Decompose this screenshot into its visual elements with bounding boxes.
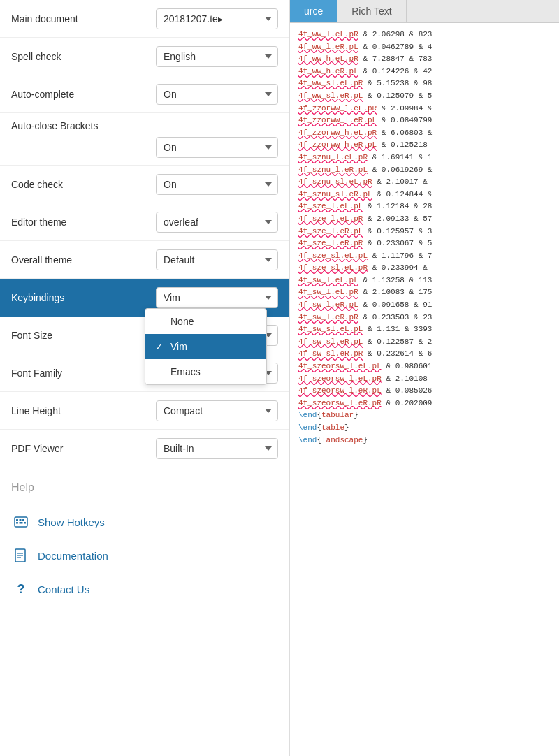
code-line: 4f_ww_h.eL.pR & 7.28847 & 783 [293, 53, 556, 66]
code-line: 4f_ww_sl.eR.pL & 0.125079 & 5 [293, 90, 556, 103]
vim-checkmark: ✓ [155, 342, 166, 352]
keybindings-option-vim[interactable]: ✓ Vim [145, 334, 266, 359]
code-line: 4f_ww_sl.eL.pR & 5.15238 & 98 [293, 78, 556, 90]
main-document-select[interactable]: 20181207.te▸ [156, 8, 278, 29]
pdf-viewer-select[interactable]: Built-In [156, 438, 278, 459]
code-line: 4f_sw_l.eL.pL & 1.13258 & 113 [293, 275, 556, 287]
tab-source-label: urce [304, 6, 323, 17]
spell-check-label: Spell check [11, 51, 61, 62]
main-document-label: Main document [11, 13, 78, 24]
auto-complete-row: Auto-complete On [0, 75, 289, 113]
keyboard-icon [11, 512, 31, 532]
contact-us-item[interactable]: ? Contact Us [11, 572, 278, 606]
svg-rect-5 [20, 522, 23, 524]
documentation-label: Documentation [38, 550, 108, 562]
keybindings-select[interactable]: Vim [156, 287, 278, 308]
keybindings-label: Keybindings [11, 292, 64, 303]
keybindings-option-emacs[interactable]: Emacs [145, 359, 266, 384]
code-line: \end{landscape} [293, 435, 556, 447]
svg-rect-3 [22, 519, 24, 521]
main-document-row: Main document 20181207.te▸ [0, 0, 289, 38]
line-height-row: Line Height Compact [0, 392, 289, 430]
settings-panel: Main document 20181207.te▸ Spell check E… [0, 0, 290, 756]
keybindings-row: Keybindings Vim None ✓ Vim Emacs [0, 279, 289, 317]
font-family-label: Font Family [11, 368, 62, 379]
code-line: 4f_zzorww_h.eR.pL & 0.125218 [293, 139, 556, 152]
code-line: 4f_sze_l.eL.pL & 1.12184 & 28 [293, 201, 556, 213]
pdf-viewer-row: PDF Viewer Built-In [0, 430, 289, 467]
overall-theme-label: Overall theme [11, 254, 72, 266]
code-check-row: Code check On [0, 166, 289, 203]
font-size-label: Font Size [11, 330, 52, 341]
none-checkmark [155, 317, 166, 327]
code-line: 4f_szeorsw_l.eL.pL & 0.980601 [293, 361, 556, 373]
editor-panel: urce Rich Text 4f_ww_l.eL.pR & 2.06298 &… [290, 0, 559, 756]
editor-tabs: urce Rich Text [290, 0, 559, 23]
code-line: 4f_sznu_l.eR.pL & 0.0619269 & [293, 164, 556, 177]
svg-rect-1 [16, 519, 18, 521]
code-line: 4f_sze_l.eR.pR & 0.233067 & 5 [293, 238, 556, 250]
editor-theme-label: Editor theme [11, 217, 66, 228]
editor-theme-select[interactable]: overleaf [156, 212, 278, 233]
auto-complete-label: Auto-complete [11, 89, 74, 100]
auto-complete-select[interactable]: On [156, 84, 278, 105]
code-line: 4f_sw_sl.eR.pR & 0.232614 & 6 [293, 348, 556, 361]
code-line: 4f_sze_sl.eL.pL & 1.11796 & 7 [293, 250, 556, 263]
code-check-label: Code check [11, 179, 63, 190]
auto-close-brackets-row: Auto-close Brackets On [0, 113, 289, 166]
code-line: 4f_sze_sl.eL.pR & 0.233994 & [293, 262, 556, 275]
tab-source[interactable]: urce [290, 0, 337, 22]
pdf-viewer-label: PDF Viewer [11, 443, 63, 454]
documentation-item[interactable]: Documentation [11, 539, 278, 572]
tab-rich-text[interactable]: Rich Text [337, 0, 406, 22]
code-line: 4f_sw_l.eR.pR & 0.233503 & 23 [293, 312, 556, 324]
doc-icon [11, 546, 31, 565]
code-line: 4f_sze_l.eL.pR & 2.09133 & 57 [293, 213, 556, 226]
code-line: 4f_sznu_sl.eR.pL & 0.124844 & [293, 189, 556, 201]
code-check-select[interactable]: On [156, 174, 278, 195]
code-line: 4f_sw_sl.eL.pL & 1.131 & 3393 [293, 324, 556, 336]
emacs-checkmark [155, 367, 166, 377]
show-hotkeys-label: Show Hotkeys [38, 516, 105, 528]
line-height-select[interactable]: Compact [156, 400, 278, 421]
overall-theme-row: Overall theme Default [0, 241, 289, 279]
code-line: 4f_ww_l.eR.pL & 0.0462789 & 4 [293, 41, 556, 54]
keybindings-dropdown-container: Vim None ✓ Vim Emacs [156, 287, 278, 308]
svg-rect-4 [16, 522, 18, 524]
auto-close-brackets-select[interactable]: On [156, 137, 278, 158]
emacs-label: Emacs [170, 366, 201, 377]
code-line: 4f_zzorww_l.eR.pL & 0.0849799 [293, 115, 556, 127]
code-line: 4f_sznu_l.eL.pR & 1.69141 & 1 [293, 152, 556, 164]
line-height-label: Line Height [11, 405, 61, 416]
code-line: 4f_sw_sl.eR.pL & 0.122587 & 2 [293, 336, 556, 349]
question-icon: ? [11, 579, 31, 599]
overall-theme-trigger[interactable]: Default [156, 249, 278, 270]
spell-check-select[interactable]: English [156, 46, 278, 67]
code-line: \end{tabular} [293, 409, 556, 422]
none-label: None [170, 316, 194, 327]
spell-check-row: Spell check English [0, 38, 289, 75]
code-line: 4f_szeorsw_l.eL.pR & 2.10108 [293, 373, 556, 386]
vim-label: Vim [170, 341, 187, 352]
code-line: 4f_szeorsw_l.eR.pL & 0.085026 [293, 385, 556, 398]
tab-rich-text-label: Rich Text [351, 6, 391, 17]
code-line: 4f_sw_l.eL.pR & 2.10083 & 175 [293, 286, 556, 299]
code-line: \end{table} [293, 422, 556, 435]
contact-us-label: Contact Us [38, 583, 89, 595]
code-editor[interactable]: 4f_ww_l.eL.pR & 2.06298 & 823 4f_ww_l.eR… [290, 23, 559, 756]
svg-rect-2 [20, 519, 22, 521]
auto-close-brackets-label: Auto-close Brackets [11, 120, 99, 131]
editor-theme-row: Editor theme overleaf [0, 203, 289, 241]
code-line: 4f_ww_h.eR.pL & 0.124226 & 42 [293, 66, 556, 78]
show-hotkeys-item[interactable]: Show Hotkeys [11, 505, 278, 539]
code-line: 4f_zzorww_l.eL.pR & 2.09984 & [293, 103, 556, 115]
code-line: 4f_sze_l.eR.pL & 0.125957 & 3 [293, 226, 556, 238]
keybindings-option-none[interactable]: None [145, 309, 266, 334]
help-title: Help [11, 481, 278, 494]
code-line: 4f_sznu_sl.eL.pR & 2.10017 & [293, 176, 556, 189]
keybindings-dropdown-menu: None ✓ Vim Emacs [145, 308, 267, 385]
help-section: Help Show Hotkeys [0, 467, 289, 613]
code-line: 4f_ww_l.eL.pR & 2.06298 & 823 [293, 29, 556, 41]
svg-rect-6 [24, 522, 26, 524]
code-line: 4f_sw_l.eR.pL & 0.091658 & 91 [293, 299, 556, 312]
